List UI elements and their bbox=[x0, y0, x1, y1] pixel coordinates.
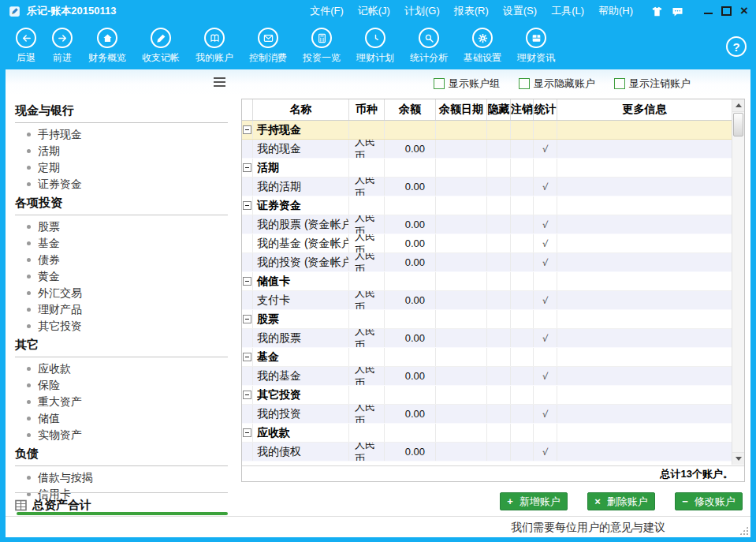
cell-currency: 人民币 bbox=[349, 178, 385, 196]
sidebar-item-外汇交易[interactable]: 外汇交易 bbox=[6, 285, 238, 301]
account-row[interactable]: 我的投资人民币0.00√ bbox=[242, 405, 732, 424]
filter-checkbox-1[interactable]: 显示账户组 bbox=[434, 77, 500, 91]
group-row[interactable]: 手持现金 bbox=[242, 121, 732, 140]
toolbar-item-home[interactable]: 财务概览 bbox=[80, 22, 134, 65]
menu-item-5[interactable]: 设置(S) bbox=[496, 4, 544, 18]
search-icon bbox=[419, 28, 439, 48]
scroll-down-button[interactable] bbox=[732, 452, 744, 465]
column-header-隐藏[interactable]: 隐藏 bbox=[487, 99, 511, 120]
toolbar-item-calculator[interactable]: 投资一览 bbox=[295, 22, 348, 65]
sidebar-total-assets[interactable]: 总资产合计 bbox=[15, 498, 91, 513]
vertical-scrollbar[interactable] bbox=[732, 99, 744, 465]
help-button[interactable]: ? bbox=[726, 36, 747, 57]
collapse-icon[interactable] bbox=[243, 391, 251, 399]
account-row[interactable]: 支付卡人民币0.00√ bbox=[242, 291, 732, 310]
toolbar-item-pencil[interactable]: 收支记帐 bbox=[134, 22, 188, 65]
group-row[interactable]: 其它投资 bbox=[242, 386, 732, 405]
menu-item-6[interactable]: 工具(L) bbox=[544, 4, 591, 18]
sidebar-item-应收款[interactable]: 应收款 bbox=[6, 361, 238, 377]
group-row[interactable]: 活期 bbox=[242, 159, 732, 178]
column-header-币种[interactable]: 币种 bbox=[349, 99, 385, 120]
resize-grip-icon[interactable] bbox=[739, 526, 748, 535]
maximize-button[interactable] bbox=[721, 5, 732, 17]
menu-item-2[interactable]: 记帐(J) bbox=[351, 4, 397, 18]
toolbar-item-grid[interactable]: 理财资讯 bbox=[509, 22, 563, 65]
cell-name: 我的基金 bbox=[253, 367, 349, 385]
sidebar-item-证券资金[interactable]: 证券资金 bbox=[6, 176, 238, 193]
scroll-up-button[interactable] bbox=[732, 99, 744, 112]
checkbox-icon[interactable] bbox=[434, 78, 445, 89]
cell-cancelled bbox=[511, 443, 534, 461]
close-button[interactable]: × bbox=[740, 5, 748, 17]
group-row[interactable]: 应收款 bbox=[242, 424, 732, 443]
filter-checkbox-3[interactable]: 显示注销账户 bbox=[614, 77, 691, 91]
sidebar-item-债券[interactable]: 债券 bbox=[6, 252, 238, 268]
toolbar-item-clock[interactable]: 理财计划 bbox=[348, 22, 402, 65]
menu-item-3[interactable]: 计划(G) bbox=[397, 4, 447, 18]
account-row[interactable]: 我的基金 (资金帐户)人民币0.00√ bbox=[242, 234, 732, 253]
cell-hidden bbox=[487, 140, 511, 158]
account-row[interactable]: 我的股票 (资金帐户)人民币0.00√ bbox=[242, 215, 732, 234]
sidebar-item-活期[interactable]: 活期 bbox=[6, 143, 238, 159]
toolbar-item-gear[interactable]: 基础设置 bbox=[456, 22, 509, 65]
checkbox-icon[interactable] bbox=[519, 78, 530, 89]
menu-item-1[interactable]: 文件(F) bbox=[303, 4, 351, 18]
sidebar-item-保险[interactable]: 保险 bbox=[6, 377, 238, 394]
cell-balance-date bbox=[436, 234, 487, 252]
group-row[interactable]: 股票 bbox=[242, 310, 732, 329]
sidebar-splitter-bar[interactable] bbox=[17, 512, 228, 515]
collapse-icon[interactable] bbox=[243, 125, 251, 134]
sidebar-item-理财产品[interactable]: 理财产品 bbox=[6, 301, 238, 318]
sidebar-item-其它投资[interactable]: 其它投资 bbox=[6, 318, 238, 335]
sidebar-item-定期[interactable]: 定期 bbox=[6, 159, 238, 176]
collapse-icon[interactable] bbox=[243, 163, 251, 172]
column-header-名称[interactable]: 名称 bbox=[253, 99, 349, 120]
toolbar-item-book[interactable]: 我的账户 bbox=[188, 22, 241, 65]
panel-menu-button[interactable] bbox=[214, 77, 225, 89]
sidebar-item-储值[interactable]: 储值 bbox=[6, 410, 238, 427]
feedback-bubble-icon[interactable] bbox=[671, 5, 684, 18]
account-row[interactable]: 我的股票人民币0.00√ bbox=[242, 329, 732, 348]
toolbar-item-search[interactable]: 统计分析 bbox=[402, 22, 456, 65]
collapse-icon[interactable] bbox=[243, 201, 251, 210]
sidebar-item-实物资产[interactable]: 实物资产 bbox=[6, 427, 238, 443]
sidebar-item-借款与按揭[interactable]: 借款与按揭 bbox=[6, 469, 238, 486]
column-header-余额[interactable]: 余额 bbox=[385, 99, 436, 120]
collapse-icon[interactable] bbox=[243, 353, 251, 361]
column-header-expand[interactable] bbox=[242, 99, 253, 120]
account-row[interactable]: 我的基金人民币0.00√ bbox=[242, 367, 732, 386]
delete-account-button[interactable]: ×删除账户 bbox=[587, 492, 655, 510]
sidebar-item-黄金[interactable]: 黄金 bbox=[6, 268, 238, 285]
sidebar-item-重大资产[interactable]: 重大资产 bbox=[6, 394, 238, 410]
toolbar-item-arrow-right[interactable]: 前进 bbox=[44, 22, 80, 65]
toolbar-item-arrow-left[interactable]: 后退 bbox=[8, 22, 44, 65]
scrollbar-thumb[interactable] bbox=[733, 113, 743, 136]
sidebar-item-股票[interactable]: 股票 bbox=[6, 219, 238, 235]
group-row[interactable]: 储值卡 bbox=[242, 272, 732, 291]
filter-checkbox-2[interactable]: 显示隐藏账户 bbox=[519, 77, 595, 91]
column-header-更多信息[interactable]: 更多信息 bbox=[557, 99, 732, 120]
collapse-icon[interactable] bbox=[243, 277, 251, 286]
account-row[interactable]: 我的投资 (资金帐户)人民币0.00√ bbox=[242, 253, 732, 272]
add-account-button[interactable]: +新增账户 bbox=[500, 492, 568, 510]
group-row[interactable]: 基金 bbox=[242, 348, 732, 367]
modify-account-button[interactable]: −修改账户 bbox=[675, 492, 743, 510]
minimize-button[interactable] bbox=[703, 5, 713, 17]
sidebar-item-label: 理财产品 bbox=[38, 303, 82, 317]
account-row[interactable]: 我的现金人民币0.00√ bbox=[242, 140, 732, 159]
account-row[interactable]: 我的活期人民币0.00√ bbox=[242, 178, 732, 196]
menu-item-4[interactable]: 报表(R) bbox=[447, 4, 496, 18]
menu-item-7[interactable]: 帮助(H) bbox=[591, 4, 640, 18]
sidebar-item-手持现金[interactable]: 手持现金 bbox=[6, 126, 238, 143]
theme-shirt-icon[interactable] bbox=[650, 5, 664, 18]
checkbox-icon[interactable] bbox=[614, 78, 625, 89]
column-header-注销[interactable]: 注销 bbox=[511, 99, 534, 120]
group-row[interactable]: 证券资金 bbox=[242, 196, 732, 215]
sidebar-item-基金[interactable]: 基金 bbox=[6, 235, 238, 252]
column-header-统计[interactable]: 统计 bbox=[534, 99, 557, 120]
collapse-icon[interactable] bbox=[243, 315, 251, 323]
account-row[interactable]: 我的债权人民币0.00√ bbox=[242, 443, 732, 462]
toolbar-item-envelope[interactable]: 控制消费 bbox=[241, 22, 295, 65]
column-header-余额日期[interactable]: 余额日期 bbox=[436, 99, 487, 120]
collapse-icon[interactable] bbox=[243, 428, 251, 437]
